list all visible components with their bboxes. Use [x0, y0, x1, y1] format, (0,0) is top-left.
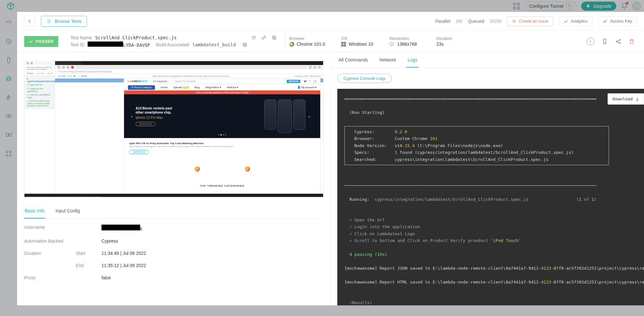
check-icon: [29, 39, 33, 44]
cypress-console-pill[interactable]: Cypress Console Logs: [337, 74, 392, 83]
details-tabs: Basic Info Input Config: [24, 208, 323, 219]
proxy-k: Proxy: [24, 275, 76, 280]
queued-label: Queued: [468, 19, 484, 24]
username-v: k: [101, 225, 323, 231]
log-tabs: All Commands Network Logs: [331, 52, 644, 68]
proxy-v: false: [101, 275, 323, 280]
monitor-icon: [389, 42, 394, 47]
res-v: 1366x768: [397, 42, 417, 47]
svg-point-9: [604, 21, 605, 23]
site-preview: ◆ LAMBDATEST All Categories Search For P…: [124, 78, 321, 194]
build-value: lambdatest_build: [192, 42, 236, 47]
dim-overlay-top: [0, 0, 644, 12]
test-header: PASSED Test Name ScrollAnd_ClickProduct.…: [17, 31, 644, 52]
create-issue-button[interactable]: Create an issue: [507, 16, 553, 26]
console-output[interactable]: Download ===============================…: [337, 89, 644, 305]
os-v: Windows 10: [349, 42, 373, 47]
end-k: End: [76, 263, 101, 268]
chrome-icon: [289, 42, 294, 47]
automation-k: Automation Backed: [24, 238, 76, 244]
dur-v: 23s: [436, 42, 467, 47]
parallel-label: Parallel: [435, 19, 450, 24]
queued-value: 0/150: [490, 19, 501, 24]
delete-icon[interactable]: [629, 38, 635, 45]
dur-k: Duration: [436, 36, 467, 41]
status-text: PASSED: [36, 39, 54, 44]
test-name-value: ScrollAnd_ClickProduct.spec.js: [95, 35, 177, 40]
test-name-label: Test Name: [71, 35, 92, 40]
wrap-icon[interactable]: [251, 35, 256, 40]
basic-info-grid: Username k Automation Backed Cypress Dur…: [24, 225, 323, 280]
copy-icon[interactable]: [242, 42, 247, 47]
svg-rect-12: [244, 44, 246, 46]
download-label: Download: [612, 96, 633, 102]
test-navbar: Browse Tests Parallel 0/5 Queued 0/150 C…: [17, 12, 644, 31]
status-badge: PASSED: [24, 36, 58, 47]
svg-point-16: [619, 39, 620, 40]
svg-rect-14: [390, 42, 394, 45]
duration-k: Duration: [24, 251, 76, 256]
tab-basic-info[interactable]: Basic Info: [24, 208, 45, 218]
test-preview: Chrome is being controlled by automated …: [24, 61, 323, 197]
tab-network[interactable]: Network: [378, 57, 397, 68]
analytics-icon: [564, 19, 568, 23]
site-logo: ◆ LAMBDATEST: [127, 80, 148, 83]
access-key-button[interactable]: Access Key: [598, 16, 637, 26]
username-k: Username: [24, 225, 76, 231]
end-v: 11:35:12 | Jul 09 2022: [101, 263, 323, 268]
download-button[interactable]: Download: [608, 93, 644, 105]
parallel-value: 0/5: [456, 19, 462, 24]
tab-all-commands[interactable]: All Commands: [337, 57, 369, 68]
right-pane: All Commands Network Logs Cypress Consol…: [331, 52, 644, 305]
dim-overlay-bottom: [17, 305, 644, 316]
start-k: Start: [76, 251, 101, 256]
start-v: 11:34:49 | Jul 09 2022: [101, 251, 323, 256]
res-k: Resolution: [389, 36, 420, 41]
main-panel: Browse Tests Parallel 0/5 Queued 0/150 C…: [17, 12, 644, 305]
test-id-value: LYDA-DAVQF: [88, 42, 150, 48]
browser-k: Browser: [289, 36, 325, 41]
dim-overlay-left: [0, 12, 17, 316]
svg-point-17: [619, 42, 620, 43]
edit-icon[interactable]: [261, 35, 266, 40]
svg-rect-10: [273, 37, 276, 39]
access-key-label: Access Key: [610, 19, 632, 23]
automation-v: Cypress: [101, 238, 323, 244]
browse-tests-label: Browse Tests: [55, 19, 82, 24]
svg-rect-13: [243, 43, 246, 45]
browser-v: Chrome 101.0: [297, 42, 325, 47]
bookmark-icon[interactable]: [601, 38, 608, 45]
svg-point-15: [616, 41, 617, 42]
key-icon: [603, 19, 608, 23]
svg-rect-11: [272, 36, 275, 39]
download-icon: [635, 97, 639, 101]
create-issue-label: Create an issue: [519, 19, 548, 23]
tab-logs[interactable]: Logs: [406, 57, 418, 68]
list-icon: [46, 19, 52, 24]
tab-input-config[interactable]: Input Config: [55, 208, 81, 218]
share-icon[interactable]: [615, 38, 621, 45]
back-button[interactable]: [24, 16, 35, 27]
copy-icon[interactable]: [272, 35, 277, 40]
os-k: OS: [341, 36, 373, 41]
info-icon[interactable]: i: [587, 38, 594, 45]
windows-icon: [341, 42, 346, 47]
analytics-button[interactable]: Analytics: [559, 16, 592, 26]
bug-icon: [512, 19, 516, 23]
build-label: Build Associated: [156, 42, 189, 47]
analytics-label: Analytics: [571, 19, 588, 23]
test-id-label: Test ID: [71, 42, 85, 47]
left-pane: Chrome is being controlled by automated …: [17, 52, 331, 305]
chevron-left-icon: [27, 19, 32, 24]
svg-point-8: [514, 20, 515, 22]
browse-tests-button[interactable]: Browse Tests: [41, 16, 87, 27]
